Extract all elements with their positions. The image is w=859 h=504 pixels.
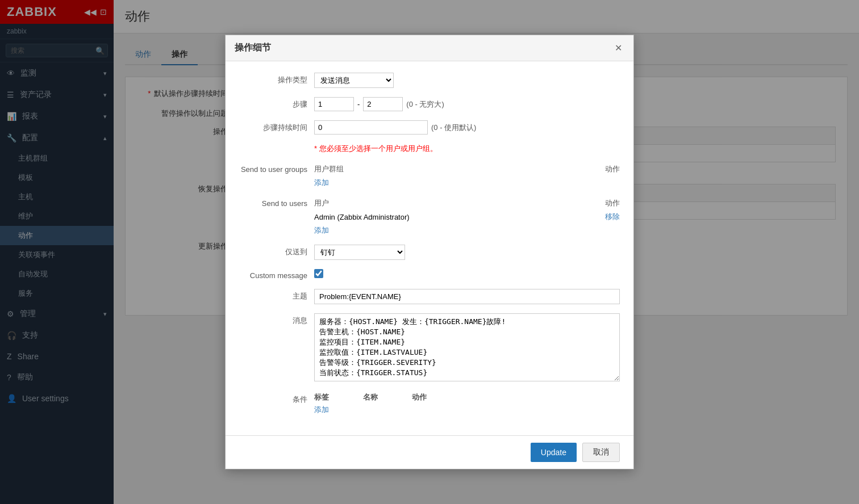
action-col-users: 动作 <box>605 198 620 208</box>
warning-label <box>239 144 307 146</box>
conditions-action-col: 动作 <box>412 392 427 402</box>
add-group-link[interactable]: 添加 <box>314 178 329 187</box>
duration-label: 步骤持续时间 <box>239 120 307 133</box>
conditions-row: 条件 标签 名称 动作 添加 <box>239 392 620 415</box>
operation-detail-modal: 操作细节 ✕ 操作类型 发送消息 步骤 - (0 - 无穷大 <box>225 35 634 469</box>
modal-body: 操作类型 发送消息 步骤 - (0 - 无穷大) 步骤持续时 <box>226 61 633 435</box>
step-separator: - <box>357 100 360 108</box>
message-textarea[interactable]: 服务器：{HOST.NAME} 发生：{TRIGGER.NAME}故障! 告警主… <box>314 313 620 381</box>
duration-field: (0 - 使用默认) <box>314 120 620 135</box>
send-to-groups-header: 用户群组 动作 <box>314 163 620 175</box>
users-col: 用户 <box>314 198 329 208</box>
op-type-select[interactable]: 发送消息 <box>314 73 394 88</box>
modal-overlay: 操作细节 ✕ 操作类型 发送消息 步骤 - (0 - 无穷大 <box>0 0 859 504</box>
media-field: 钉钉 <box>314 245 620 260</box>
op-type-field: 发送消息 <box>314 73 620 88</box>
modal-close-button[interactable]: ✕ <box>612 43 624 53</box>
custom-message-checkbox[interactable] <box>314 269 323 278</box>
custom-message-field <box>314 269 620 280</box>
modal-header: 操作细节 ✕ <box>226 35 633 61</box>
media-row: 仅送到 钉钉 <box>239 245 620 260</box>
conditions-header: 标签 名称 动作 <box>314 392 620 402</box>
step-to-input[interactable] <box>363 97 403 111</box>
custom-message-label: Custom message <box>239 269 307 280</box>
message-row: 消息 服务器：{HOST.NAME} 发生：{TRIGGER.NAME}故障! … <box>239 313 620 383</box>
modal-footer: Update 取消 <box>226 435 633 469</box>
remove-user-link[interactable]: 移除 <box>605 212 620 222</box>
user-row: Admin (Zabbix Administrator) 移除 <box>314 212 620 222</box>
add-condition-link[interactable]: 添加 <box>314 405 329 414</box>
duration-input[interactable] <box>314 120 428 135</box>
subject-label: 主题 <box>239 289 307 301</box>
conditions-field: 标签 名称 动作 添加 <box>314 392 620 415</box>
modal-title: 操作细节 <box>235 42 271 54</box>
send-to-users-label: Send to users <box>239 197 307 208</box>
send-to-groups-label: Send to user groups <box>239 163 307 174</box>
op-type-row: 操作类型 发送消息 <box>239 73 620 88</box>
send-to-users-row: Send to users 用户 动作 Admin (Zabbix Admini… <box>239 197 620 236</box>
add-condition-wrap: 添加 <box>314 405 620 415</box>
step-label: 步骤 <box>239 97 307 110</box>
send-to-users-field: 用户 动作 Admin (Zabbix Administrator) 移除 添加 <box>314 197 620 236</box>
send-to-groups-field: 用户群组 动作 添加 <box>314 163 620 188</box>
conditions-name-col: 名称 <box>363 392 378 402</box>
message-label: 消息 <box>239 313 307 326</box>
user-name: Admin (Zabbix Administrator) <box>314 213 410 221</box>
step-hint: (0 - 无穷大) <box>406 99 444 110</box>
action-col-groups: 动作 <box>605 164 620 174</box>
op-type-label: 操作类型 <box>239 73 307 85</box>
add-user-wrap: 添加 <box>314 225 620 236</box>
duration-hint: (0 - 使用默认) <box>431 123 476 133</box>
media-label: 仅送到 <box>239 245 307 257</box>
conditions-tag-col: 标签 <box>314 392 329 402</box>
warning-row: * 您必须至少选择一个用户或用户组。 <box>239 144 620 154</box>
media-select[interactable]: 钉钉 <box>314 245 405 260</box>
duration-row: 步骤持续时间 (0 - 使用默认) <box>239 120 620 135</box>
modal-update-button[interactable]: Update <box>531 443 577 462</box>
send-to-users-header: 用户 动作 <box>314 197 620 209</box>
send-to-groups-row: Send to user groups 用户群组 动作 添加 <box>239 163 620 188</box>
warning-text: * 您必须至少选择一个用户或用户组。 <box>314 144 437 154</box>
message-field: 服务器：{HOST.NAME} 发生：{TRIGGER.NAME}故障! 告警主… <box>314 313 620 383</box>
step-from-input[interactable] <box>314 97 354 111</box>
step-field: - (0 - 无穷大) <box>314 97 620 111</box>
user-groups-col: 用户群组 <box>314 164 344 174</box>
step-row: 步骤 - (0 - 无穷大) <box>239 97 620 111</box>
subject-input[interactable] <box>314 289 620 304</box>
conditions-label: 条件 <box>239 392 307 405</box>
add-user-link[interactable]: 添加 <box>314 226 329 234</box>
subject-field <box>314 289 620 304</box>
add-group-wrap: 添加 <box>314 178 620 188</box>
custom-message-row: Custom message <box>239 269 620 280</box>
modal-cancel-button[interactable]: 取消 <box>582 443 620 462</box>
subject-row: 主题 <box>239 289 620 304</box>
